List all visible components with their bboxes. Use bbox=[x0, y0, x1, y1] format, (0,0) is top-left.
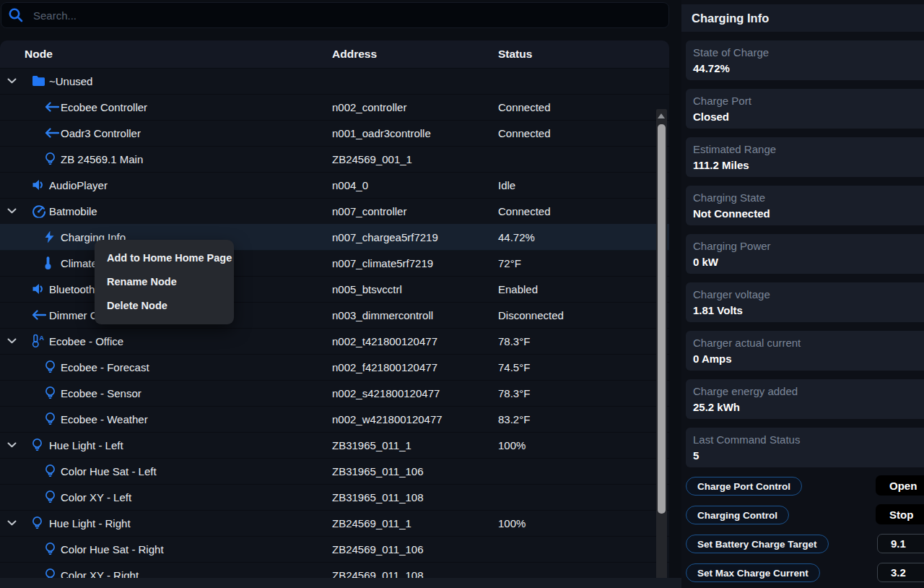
node-label: ZB 24569.1 Main bbox=[61, 153, 143, 165]
column-header-address: Address bbox=[332, 48, 377, 61]
card-value: 25.2 kWh bbox=[693, 401, 740, 413]
table-row[interactable]: Hue Light - LeftZB31965_011_1100% bbox=[0, 432, 669, 459]
chevron-down-icon[interactable] bbox=[7, 520, 17, 526]
node-address: n007_controller bbox=[332, 205, 406, 217]
chevron-down-icon[interactable] bbox=[7, 442, 17, 448]
scrollbar-thumb[interactable] bbox=[658, 124, 666, 514]
menu-item-delete-node[interactable]: Delete Node bbox=[95, 294, 234, 318]
search-input[interactable] bbox=[32, 9, 668, 22]
chevron-down-icon[interactable] bbox=[7, 338, 17, 344]
table-row[interactable]: ZB 24569.1 MainZB24569_001_1 bbox=[0, 146, 669, 173]
status-card: Charger actual current0 Amps bbox=[686, 331, 924, 371]
battery-charge-target-input[interactable] bbox=[877, 534, 924, 553]
column-header-status: Status bbox=[498, 48, 532, 61]
status-card: Charge PortClosed bbox=[686, 89, 924, 129]
node-address: ZB31965_011_1 bbox=[332, 439, 411, 451]
table-row[interactable]: AEcobee - Officen002_t42180012047778.3°F bbox=[0, 328, 669, 355]
chevron-down-icon[interactable] bbox=[7, 78, 17, 84]
table-row[interactable]: Color Hue Sat - RightZB24569_011_106 bbox=[0, 536, 669, 563]
node-label: AudioPlayer bbox=[49, 179, 108, 191]
bulb-icon bbox=[45, 490, 56, 504]
arrow-left-icon bbox=[45, 102, 59, 112]
node-address: ZB31965_011_106 bbox=[332, 465, 424, 477]
table-row[interactable]: Color Hue Sat - LeftZB31965_011_106 bbox=[0, 458, 669, 485]
scroll-up-arrow-icon[interactable] bbox=[658, 113, 665, 118]
node-address: n002_s421800120477 bbox=[332, 387, 440, 399]
set-max-charge-current-button[interactable]: Set Max Charge Current bbox=[686, 563, 820, 582]
chevron-down-icon[interactable] bbox=[7, 208, 17, 214]
node-label: Ecobee - Office bbox=[49, 335, 123, 347]
node-status: 83.2°F bbox=[498, 413, 530, 425]
node-status: Idle bbox=[498, 179, 515, 191]
table-row[interactable]: Batmobilen007_controllerConnected bbox=[0, 198, 669, 225]
card-value: 5 bbox=[693, 449, 699, 462]
table-row[interactable]: Ecobee - Sensorn002_s42180012047778.3°F bbox=[0, 380, 669, 407]
bulb-icon bbox=[45, 464, 56, 478]
table-header: Node Address Status bbox=[0, 40, 669, 69]
node-address: n007_chargea5rf7219 bbox=[332, 231, 438, 243]
node-address: n004_0 bbox=[332, 179, 368, 191]
node-status: 78.3°F bbox=[498, 335, 530, 347]
node-label: Oadr3 Controller bbox=[61, 127, 141, 139]
max-charge-current-input[interactable] bbox=[877, 563, 924, 582]
set-battery-charge-target-button[interactable]: Set Battery Charge Target bbox=[686, 535, 829, 553]
speaker-icon bbox=[32, 179, 45, 191]
node-status: 100% bbox=[498, 439, 526, 451]
node-status: 100% bbox=[498, 517, 526, 529]
table-row[interactable]: Ecobee Controllern002_controllerConnecte… bbox=[0, 94, 669, 121]
card-label: Charging Power bbox=[693, 240, 771, 252]
node-label: Color Hue Sat - Left bbox=[61, 465, 157, 477]
bolt-icon bbox=[45, 231, 54, 243]
table-row[interactable]: Ecobee - Weathern002_w42180012047783.2°F bbox=[0, 406, 669, 433]
charging-control-button[interactable]: Charging Control bbox=[686, 506, 789, 524]
table-row[interactable]: Ecobee - Forecastn002_f42180012047774.5°… bbox=[0, 354, 669, 381]
status-card: Estimated Range111.2 Miles bbox=[686, 137, 924, 177]
table-row[interactable]: ~Unused bbox=[0, 68, 669, 95]
search-bar bbox=[1, 2, 669, 28]
card-label: State of Charge bbox=[693, 46, 769, 59]
node-address: n002_t421800120477 bbox=[332, 335, 437, 347]
node-address: ZB24569_011_108 bbox=[332, 569, 424, 579]
table-row[interactable]: Color XY - LeftZB31965_011_108 bbox=[0, 484, 669, 511]
node-address: n002_controller bbox=[332, 101, 406, 113]
charge-port-control-select[interactable]: Open bbox=[876, 475, 924, 496]
node-label: Ecobee - Sensor bbox=[61, 387, 141, 399]
table-row[interactable]: Hue Light - RightZB24569_011_1100% bbox=[0, 510, 669, 537]
node-address: n001_oadr3controlle bbox=[332, 127, 431, 139]
node-address: n005_btsvcctrl bbox=[332, 283, 402, 295]
status-card: Last Command Status5 bbox=[686, 428, 924, 467]
bulb-icon bbox=[45, 412, 56, 426]
charging-info-panel: Charging Info State of Charge44.72%Charg… bbox=[681, 0, 924, 588]
bulb-icon bbox=[32, 516, 43, 530]
node-address: n002_f421800120477 bbox=[332, 361, 437, 373]
card-value: 0 kW bbox=[693, 256, 718, 268]
vertical-scrollbar[interactable] bbox=[656, 109, 667, 578]
node-address: n007_climate5rf7219 bbox=[332, 257, 433, 269]
folder-icon bbox=[32, 76, 45, 87]
status-card: Charging Power0 kW bbox=[686, 234, 924, 274]
table-row[interactable]: Color XY - RightZB24569_011_108 bbox=[0, 562, 669, 578]
node-address: n003_dimmercontroll bbox=[332, 309, 433, 321]
charging-control-select[interactable]: Stop bbox=[876, 504, 924, 524]
status-card: Charger voltage1.81 Volts bbox=[686, 282, 924, 322]
menu-item-add-to-home-page[interactable]: Add to Home Home Page bbox=[95, 246, 234, 270]
speaker-icon bbox=[32, 283, 45, 295]
status-card: State of Charge44.72% bbox=[686, 40, 924, 80]
node-status: 74.5°F bbox=[498, 361, 530, 373]
table-row[interactable]: Oadr3 Controllern001_oadr3controlleConne… bbox=[0, 120, 669, 147]
node-address: ZB24569_001_1 bbox=[332, 153, 412, 165]
bulb-icon bbox=[32, 438, 43, 452]
arrow-left-icon bbox=[32, 310, 46, 320]
node-address: ZB24569_011_106 bbox=[332, 543, 424, 555]
card-value: Closed bbox=[693, 111, 729, 123]
table-row[interactable]: AudioPlayern004_0Idle bbox=[0, 172, 669, 199]
bulb-icon bbox=[45, 386, 56, 400]
menu-item-rename-node[interactable]: Rename Node bbox=[95, 270, 234, 294]
node-address: ZB24569_011_1 bbox=[332, 517, 411, 529]
node-label: Dimmer C bbox=[49, 309, 98, 321]
node-address: ZB31965_011_108 bbox=[332, 491, 424, 503]
node-label: Color XY - Right bbox=[61, 569, 139, 579]
bulb-icon bbox=[45, 152, 56, 166]
charge-port-control-button[interactable]: Charge Port Control bbox=[686, 477, 802, 496]
node-label: Hue Light - Left bbox=[49, 439, 123, 451]
